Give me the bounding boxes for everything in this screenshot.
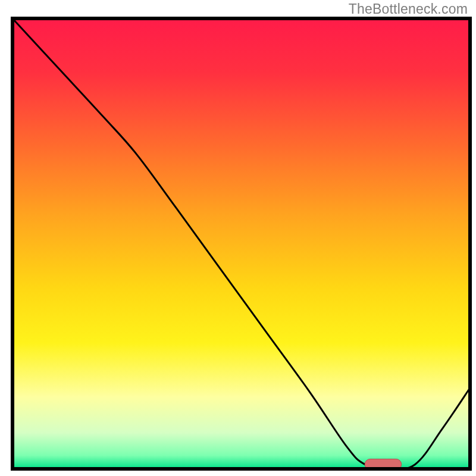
svg-rect-0	[12, 18, 470, 469]
chart-container: TheBottleneck.com	[0, 0, 476, 476]
bottleneck-chart	[0, 0, 476, 476]
